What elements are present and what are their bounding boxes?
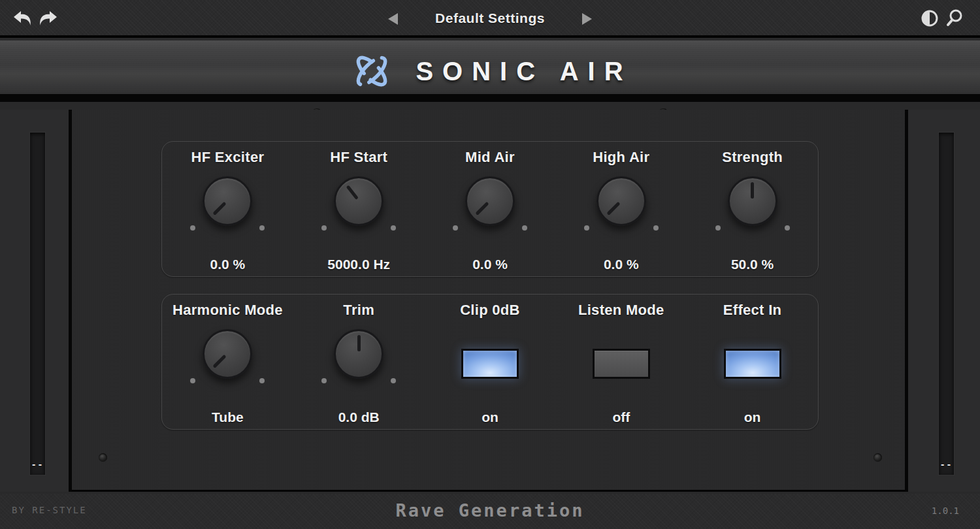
magnifier-icon <box>943 7 967 29</box>
undo-button[interactable] <box>10 7 34 31</box>
redo-icon <box>37 7 60 31</box>
version-number: 1.0.1 <box>932 505 959 516</box>
control-trim: Trim 0.0 dB <box>293 295 425 429</box>
knob-max-dot <box>653 225 659 231</box>
harmonic-mode-label: Harmonic Mode <box>162 302 293 319</box>
mid-air-knob[interactable] <box>465 176 515 226</box>
zoom-button[interactable] <box>943 7 967 31</box>
knob-max-dot <box>259 378 265 383</box>
knob-max-dot <box>259 225 265 231</box>
high-air-value: 0.0 % <box>555 257 687 272</box>
preset-next-icon[interactable] <box>582 13 592 25</box>
control-mid-air: Mid Air 0.0 % <box>425 142 556 276</box>
plugin-title: SONIC AIR <box>412 57 632 86</box>
exciter-group: HF Exciter 0.0 % HF Start 5000.0 Hz <box>161 141 819 277</box>
hf-start-value: 5000.0 Hz <box>293 257 425 272</box>
effect-in-button[interactable] <box>724 349 781 379</box>
knob-pointer <box>357 335 361 351</box>
knob-min-dot <box>190 378 195 383</box>
knob-pointer <box>346 185 358 200</box>
control-clip-0db: Clip 0dB on <box>425 295 556 429</box>
left-meter-readout: -- <box>30 460 45 470</box>
knob-max-dot <box>785 225 790 231</box>
hf-exciter-knob[interactable] <box>203 176 252 226</box>
left-level-meter: -- <box>30 133 45 475</box>
mid-air-value: 0.0 % <box>425 257 556 272</box>
hf-exciter-label: HF Exciter <box>162 149 293 166</box>
mode-group: Harmonic Mode Tube Trim 0.0 dB <box>161 294 819 430</box>
preset-navigator: Default Settings <box>366 0 614 38</box>
product-name: Rave Generation <box>0 500 980 521</box>
plugin-window: Default Settings <box>0 0 980 529</box>
knob-min-dot <box>321 378 327 383</box>
control-strength: Strength 50.0 % <box>687 142 818 276</box>
screw-icon <box>874 453 882 462</box>
knob-pointer <box>476 202 489 216</box>
listen-mode-value: off <box>555 409 687 425</box>
preset-name[interactable]: Default Settings <box>366 10 614 26</box>
strength-value: 50.0 % <box>687 257 818 272</box>
knob-pointer <box>213 202 227 216</box>
listen-mode-button[interactable] <box>593 349 650 379</box>
control-high-air: High Air 0.0 % <box>555 142 687 276</box>
knob-min-dot <box>453 225 458 231</box>
clip-0db-label: Clip 0dB <box>425 302 556 319</box>
undo-icon <box>10 7 34 31</box>
contrast-toggle-button[interactable] <box>919 7 942 31</box>
listen-mode-label: Listen Mode <box>555 302 687 319</box>
right-meter-panel: -- <box>905 110 980 492</box>
left-meter-panel: -- <box>0 110 72 492</box>
control-hf-start: HF Start 5000.0 Hz <box>293 142 425 276</box>
control-effect-in: Effect In on <box>687 295 818 429</box>
knob-pointer <box>607 202 621 216</box>
harmonic-mode-knob[interactable] <box>203 329 252 379</box>
header-panel: SONIC AIR <box>0 40 980 102</box>
hf-exciter-value: 0.0 % <box>162 257 293 272</box>
high-air-label: High Air <box>555 149 687 166</box>
harmonic-mode-value: Tube <box>162 409 293 425</box>
trim-value: 0.0 dB <box>293 409 425 425</box>
effect-in-value: on <box>687 409 818 425</box>
top-toolbar: Default Settings <box>0 0 980 38</box>
strength-knob[interactable] <box>728 176 777 226</box>
redo-button[interactable] <box>37 7 60 31</box>
knob-max-dot <box>522 225 527 231</box>
trim-knob[interactable] <box>334 329 384 379</box>
hf-start-label: HF Start <box>293 149 425 166</box>
knob-pointer <box>751 182 754 199</box>
sonic-air-logo-icon <box>348 48 396 94</box>
knob-min-dot <box>190 225 195 231</box>
controls-panel: HF Exciter 0.0 % HF Start 5000.0 Hz <box>75 110 905 492</box>
screw-icon <box>99 453 107 462</box>
knob-min-dot <box>321 225 327 231</box>
mid-air-label: Mid Air <box>425 149 556 166</box>
trim-label: Trim <box>293 302 425 319</box>
knob-min-dot <box>715 225 721 231</box>
brand: SONIC AIR <box>0 40 980 102</box>
knob-max-dot <box>391 225 396 231</box>
control-hf-exciter: HF Exciter 0.0 % <box>162 142 293 276</box>
strength-label: Strength <box>687 149 818 166</box>
high-air-knob[interactable] <box>596 176 646 226</box>
knob-pointer <box>213 355 227 368</box>
knob-max-dot <box>391 378 396 383</box>
main-panel: -- HF Exciter 0.0 % HF Start <box>0 110 980 492</box>
right-level-meter: -- <box>939 133 954 475</box>
clip-0db-value: on <box>425 409 556 425</box>
footer-bar: BY RE-STYLE Rave Generation 1.0.1 <box>0 494 980 529</box>
effect-in-label: Effect In <box>687 302 818 319</box>
control-harmonic-mode: Harmonic Mode Tube <box>162 295 293 429</box>
control-listen-mode: Listen Mode off <box>555 295 687 429</box>
contrast-icon <box>919 7 942 29</box>
knob-min-dot <box>584 225 589 231</box>
clip-0db-button[interactable] <box>461 349 519 379</box>
hf-start-knob[interactable] <box>334 176 384 226</box>
right-meter-readout: -- <box>939 460 954 470</box>
